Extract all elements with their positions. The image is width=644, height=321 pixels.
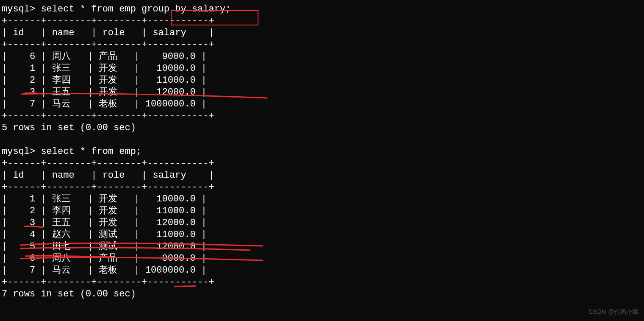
header-row-1: | id | name | role | salary | (2, 28, 214, 38)
header-row-2: | id | name | role | salary | (2, 170, 214, 181)
border-bot-2: +------+--------+--------+-----------+ (2, 277, 214, 288)
border-mid-1: +------+--------+--------+-----------+ (2, 39, 214, 50)
mysql-terminal[interactable]: mysql> select * from emp group by salary… (0, 0, 644, 304)
border-top-2: +------+--------+--------+-----------+ (2, 158, 214, 169)
table2-rows: | 1 | 张三 | 开发 | 10000.0 | | 2 | 李四 | 开发 … (2, 194, 207, 276)
csdn-watermark: CSDN @代码小娥 (588, 306, 639, 318)
table1-rows: | 6 | 周八 | 产品 | 9000.0 | | 1 | 张三 | 开发 |… (2, 51, 207, 109)
border-mid-2: +------+--------+--------+-----------+ (2, 182, 214, 193)
query-1: select * from emp group by salary; (41, 4, 231, 14)
result2-footer: 7 rows in set (0.00 sec) (2, 289, 136, 299)
prompt-1: mysql> (2, 4, 35, 14)
result1-footer: 5 rows in set (0.00 sec) (2, 123, 136, 133)
query-2: select * from emp; (41, 146, 142, 157)
prompt-2: mysql> (2, 146, 35, 157)
border-top-1: +------+--------+--------+-----------+ (2, 16, 214, 26)
border-bot-1: +------+--------+--------+-----------+ (2, 111, 214, 121)
